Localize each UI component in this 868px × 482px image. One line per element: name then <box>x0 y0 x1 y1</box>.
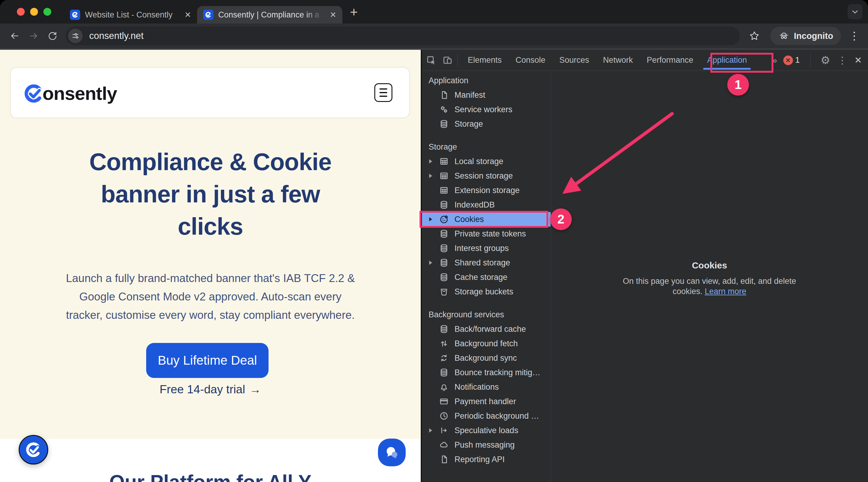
tab-close-icon[interactable]: ✕ <box>184 11 191 19</box>
browser-tab-consently-compliance-in-a-f[interactable]: Consently | Compliance in a f✕ <box>197 6 342 24</box>
browser-menu-button[interactable]: ⋮ <box>848 30 860 42</box>
devtools-settings-button[interactable]: ⚙ <box>821 54 830 67</box>
zoom-window-button[interactable] <box>43 8 51 16</box>
sidebar-item-background-fetch[interactable]: Background fetch <box>422 336 551 351</box>
sidebar-item-back-forward-cache[interactable]: Back/forward cache <box>422 322 551 336</box>
database-icon <box>439 273 449 282</box>
sidebar-item-label: Storage <box>455 119 548 129</box>
forward-button[interactable] <box>24 27 43 45</box>
database-icon <box>439 367 449 378</box>
sidebar-item-payment-handler[interactable]: Payment handler <box>422 394 551 409</box>
sidebar-item-label: Extension storage <box>455 186 548 195</box>
sidebar-item-bounce-tracking-mitig[interactable]: Bounce tracking mitig… <box>422 365 551 380</box>
learn-more-link[interactable]: Learn more <box>705 287 746 296</box>
tab-close-icon[interactable]: ✕ <box>330 11 336 19</box>
browser-tab-website-list-consently[interactable]: Website List - Consently✕ <box>64 6 197 24</box>
sidebar-item-reporting-api[interactable]: Reporting API <box>422 452 551 466</box>
sidebar-item-storage-buckets[interactable]: Storage buckets <box>422 284 551 299</box>
sidebar-item-label: Payment handler <box>455 397 548 406</box>
kebab-icon: ⋮ <box>849 30 860 42</box>
chat-widget-button[interactable] <box>378 438 406 466</box>
close-window-button[interactable] <box>17 8 25 16</box>
database-icon <box>439 368 449 377</box>
database-icon <box>439 258 449 267</box>
console-error-badge[interactable]: ✕ 1 <box>783 56 800 65</box>
consently-logo[interactable]: onsently <box>23 83 117 104</box>
sidebar-item-storage[interactable]: Storage <box>422 117 551 131</box>
sidebar-item-periodic-background[interactable]: Periodic background … <box>422 409 551 423</box>
mobile-menu-button[interactable] <box>374 83 393 102</box>
sidebar-section-application: ApplicationManifestService workersStorag… <box>422 73 551 131</box>
devtools-tabs: ElementsConsoleSourcesNetworkPerformance… <box>461 50 754 71</box>
browser-toolbar: consently.net Incognito ⋮ <box>0 24 868 50</box>
sidebar-item-label: Storage buckets <box>455 287 548 296</box>
chevron-down-icon <box>850 7 860 16</box>
expand-triangle-icon[interactable] <box>429 428 432 432</box>
devtools-tab-network[interactable]: Network <box>596 50 640 71</box>
bucket-icon <box>439 287 449 296</box>
devtools-tab-console[interactable]: Console <box>509 50 553 71</box>
minimize-window-button[interactable] <box>30 8 38 16</box>
cloud-icon <box>439 440 449 450</box>
card-icon <box>439 397 449 406</box>
star-icon <box>749 30 760 41</box>
sidebar-item-shared-storage[interactable]: Shared storage <box>422 255 551 270</box>
fetch-icon <box>439 339 449 348</box>
url-bar[interactable]: consently.net <box>66 27 740 45</box>
sidebar-item-label: Cache storage <box>455 273 548 282</box>
devtools-tab-elements[interactable]: Elements <box>461 50 509 71</box>
expand-triangle-icon[interactable] <box>429 159 432 164</box>
section-header: Background services <box>422 307 551 322</box>
screenshot-stage: Website List - Consently✕Consently | Com… <box>0 0 868 482</box>
sidebar-item-label: Bounce tracking mitig… <box>455 368 548 377</box>
free-trial-link[interactable]: Free 14-day trial→ <box>0 383 421 396</box>
application-sidebar: ApplicationManifestService workersStorag… <box>422 71 551 482</box>
sidebar-item-background-sync[interactable]: Background sync <box>422 351 551 365</box>
back-button[interactable] <box>5 27 24 45</box>
expand-triangle-icon[interactable] <box>429 174 432 178</box>
site-settings-button[interactable] <box>68 29 83 43</box>
devtools-tabbar: ElementsConsoleSourcesNetworkPerformance… <box>422 50 868 71</box>
sidebar-item-session-storage[interactable]: Session storage <box>422 169 551 183</box>
table-icon <box>439 186 449 195</box>
bucket-icon <box>439 287 449 297</box>
sidebar-item-local-storage[interactable]: Local storage <box>422 154 551 169</box>
sidebar-item-manifest[interactable]: Manifest <box>422 88 551 102</box>
database-icon <box>439 119 449 129</box>
annotation-step-1: 1 <box>727 74 749 95</box>
sidebar-item-label: Manifest <box>455 90 548 100</box>
sidebar-item-label: Local storage <box>455 157 548 166</box>
tab-search-chevron-button[interactable] <box>847 4 863 19</box>
inspect-element-button[interactable] <box>424 53 438 67</box>
sidebar-item-interest-groups[interactable]: Interest groups <box>422 241 551 255</box>
sidebar-item-extension-storage[interactable]: Extension storage <box>422 183 551 198</box>
expand-triangle-icon[interactable] <box>429 261 432 265</box>
database-icon <box>439 272 449 282</box>
device-toolbar-button[interactable] <box>441 53 455 67</box>
sidebar-item-cache-storage[interactable]: Cache storage <box>422 270 551 284</box>
devtools-menu-button[interactable]: ⋮ <box>838 55 847 66</box>
sidebar-item-indexeddb[interactable]: IndexedDB <box>422 198 551 212</box>
browser-tabs: Website List - Consently✕Consently | Com… <box>64 0 342 24</box>
sidebar-item-service-workers[interactable]: Service workers <box>422 102 551 117</box>
bookmark-button[interactable] <box>746 28 763 44</box>
incognito-icon <box>778 30 789 41</box>
url-text: consently.net <box>89 30 144 41</box>
traffic-lights <box>17 8 51 16</box>
sidebar-item-private-state-tokens[interactable]: Private state tokens <box>422 227 551 241</box>
new-tab-button[interactable]: + <box>346 4 362 20</box>
buy-lifetime-deal-button[interactable]: Buy Lifetime Deal <box>146 343 269 378</box>
sidebar-item-notifications[interactable]: Notifications <box>422 380 551 394</box>
devtools-tab-sources[interactable]: Sources <box>553 50 596 71</box>
webpage-viewport: onsently Compliance & Cookie banner in j… <box>0 50 421 482</box>
reload-button[interactable] <box>43 27 61 45</box>
clock-icon <box>439 411 449 421</box>
devtools-close-button[interactable]: ✕ <box>855 55 862 65</box>
sidebar-item-speculative-loads[interactable]: Speculative loads <box>422 423 551 438</box>
right-arrow-icon: → <box>249 383 261 396</box>
sidebar-item-push-messaging[interactable]: Push messaging <box>422 438 551 452</box>
devtools-tab-performance[interactable]: Performance <box>640 50 701 71</box>
sync-icon <box>439 353 449 363</box>
plus-icon: + <box>350 4 358 19</box>
sidebar-item-label: Service workers <box>455 105 548 114</box>
